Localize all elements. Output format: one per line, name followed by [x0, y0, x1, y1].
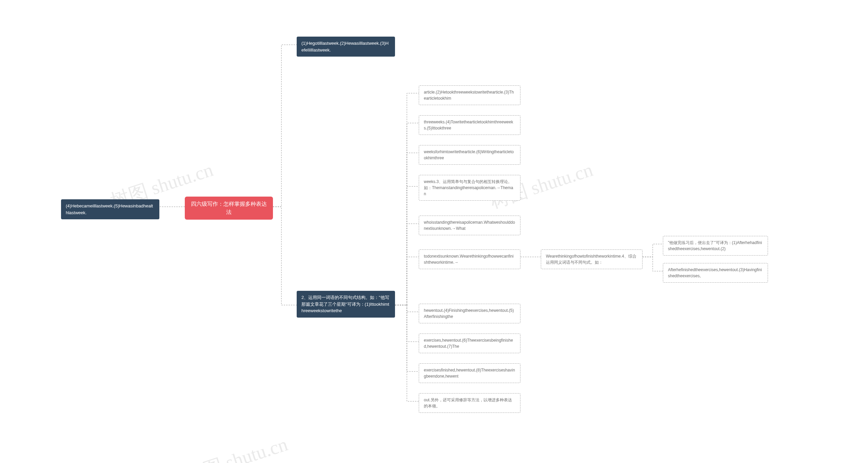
watermark-3: 树图 shutu.cn — [182, 431, 291, 463]
leaf-node-3[interactable]: weeks.3、运用简单句与复合句的相互转换理论。如：Themanstandin… — [419, 175, 520, 201]
leaf-node-7[interactable]: exercises,hewentout.(6)Theexercisesbeing… — [419, 334, 520, 353]
leaf-node-5-grandchild-1[interactable]: Afterhefinishedtheexercises,hewentout.(3… — [663, 263, 768, 283]
leaf-node-9[interactable]: out.另外，还可采用修辞等方法，以增进多种表达的本领。 — [419, 393, 520, 413]
leaf-node-1[interactable]: threeweeks.(4)Towritethearticletookhimth… — [419, 115, 520, 135]
right-bottom-node[interactable]: 2、运用同一词语的不同句式结构。如："他写那篇文章花了三个星期"可译为：(1)I… — [297, 291, 395, 318]
leaf-node-6[interactable]: hewentout.(4)Finishingtheexercises,hewen… — [419, 304, 520, 323]
root-node[interactable]: 四六级写作：怎样掌握多种表达法 — [185, 197, 273, 220]
leaf-node-5-child[interactable]: Wearethinkingofhowtofinishtheworkintime.… — [541, 249, 643, 269]
leaf-node-8[interactable]: exercisesfinished,hewentout.(8)Theexerci… — [419, 363, 520, 383]
left-child-node[interactable]: (4)Hebecameilllastweek.(5)Hewasinbadheal… — [61, 199, 159, 219]
leaf-node-5-grandchild-0[interactable]: "他做完练习后，便出去了"可译为：(1)Afterhehadfinishedth… — [663, 236, 768, 256]
leaf-node-5[interactable]: todonextisunknown.Wearethinkingofhowweca… — [419, 249, 520, 269]
right-top-node[interactable]: (1)Hegotilllastweek.(2)Hewasilllastweek.… — [297, 37, 395, 57]
leaf-node-2[interactable]: weeksforhimtowritethearticle.(6)Writingt… — [419, 145, 520, 165]
leaf-node-0[interactable]: article.(2)Hetookthreeweekstowritetheart… — [419, 85, 520, 105]
leaf-node-4[interactable]: whoisstandingthereisapoliceman.Whatwesho… — [419, 216, 520, 235]
